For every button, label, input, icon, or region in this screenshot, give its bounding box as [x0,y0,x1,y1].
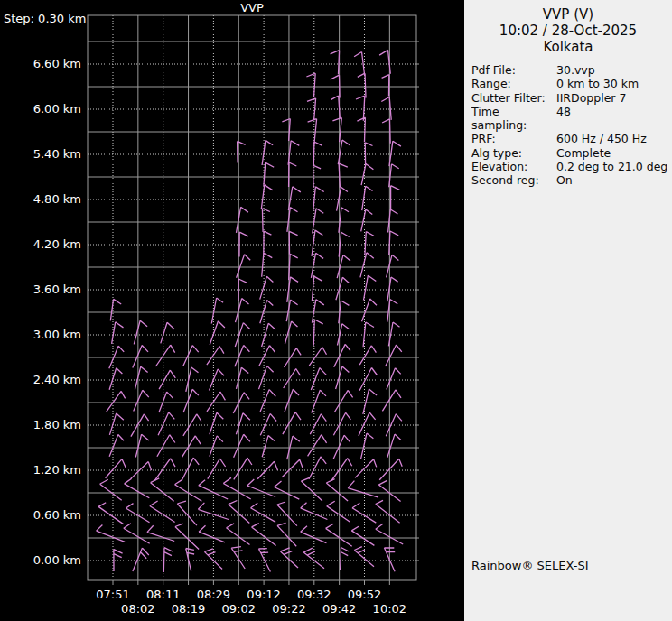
wind-barb [133,548,149,571]
wind-barb [277,502,297,526]
wind-barb [311,253,323,278]
info-label: Time sampling: [471,105,556,133]
wind-barb [260,301,274,324]
time-axis-label: 09:22 [264,603,314,615]
wind-barb [288,141,299,165]
wind-barb [275,481,300,499]
wind-barb [336,277,350,300]
wind-barb [312,230,322,256]
time-axis-label: 09:42 [314,603,365,615]
wind-barb [284,369,301,389]
wind-barb [334,344,350,366]
height-axis-label: 3.60 km [0,283,81,295]
wind-barb [98,503,124,524]
wind-barb [208,459,226,479]
wind-barb [237,207,248,232]
wind-barb [155,345,174,366]
wind-barb [234,458,252,479]
wind-barb [100,479,122,500]
wind-barb [285,321,297,344]
info-label: PRF: [471,132,556,145]
wind-barb [307,98,316,120]
wind-barb [387,277,398,301]
time-axis-label: 08:02 [113,603,163,615]
wind-barb [109,413,123,435]
info-value: On [556,173,672,187]
step-label: Step: 0.30 km [4,13,86,24]
wind-barb [183,346,199,366]
info-row: Time sampling:48 [471,105,672,133]
height-axis-label: 0.00 km [0,554,81,566]
wind-barb [365,143,372,164]
wind-barb [150,501,175,523]
barb-column-09:22 [275,119,303,569]
wind-barb [363,389,377,414]
wind-barb [262,253,273,277]
panel-title: VVP (V) [464,6,672,23]
wind-barb [183,389,199,412]
wind-barb [341,548,350,570]
wind-barb [334,390,352,412]
info-label: Pdf File: [471,63,556,77]
info-row: Pdf File:30.vvp [471,63,672,77]
wind-barb [361,164,373,186]
panel-site: Kolkata [464,39,672,55]
wind-barb-plot-canvas [0,0,464,621]
wind-barb [175,524,199,549]
height-axis-label: 2.40 km [0,374,81,385]
height-axis-label: 1.20 km [0,464,81,476]
wind-barb [354,547,374,567]
wind-barb [158,412,174,436]
time-axis-label: 08:29 [188,589,238,600]
time-axis-label: 07:51 [88,589,138,600]
wind-barb [199,525,225,542]
wind-barb [308,435,327,457]
wind-barb [161,322,174,343]
wind-barb [264,231,272,254]
info-value: 0.2 deg to 21.0 deg [556,160,672,173]
wind-barb [309,348,326,366]
wind-profile-plot-region: Step: 0.30 km VVP 6.60 km6.00 km5.40 km4… [0,0,464,621]
wind-barb [210,436,223,457]
time-axis-label: 09:52 [340,589,390,600]
wind-barb [312,390,326,412]
wind-barb [361,209,373,232]
wind-barb [251,503,276,522]
wind-barb [331,51,340,75]
wind-barb [311,368,326,390]
barb-column-08:02 [124,320,152,571]
panel-datetime: 10:02 / 28-Oct-2025 [464,23,672,39]
info-row: Clutter Filter:IIRDoppler 7 [471,91,672,105]
wind-barb [260,390,275,412]
wind-barb [182,436,201,457]
wind-barb [110,299,121,320]
wind-barb [182,458,200,480]
wind-barb [107,391,126,412]
wind-barb [210,321,225,345]
wind-barb [277,523,296,546]
wind-barb [264,162,274,186]
wind-barb [151,478,174,501]
wind-barb [124,524,150,544]
barb-column-09:52 [348,52,378,567]
wind-barb [252,524,276,546]
wind-barb [356,96,365,121]
wind-barb [382,390,401,412]
wind-barb [109,435,124,457]
info-row: Second reg:On [471,173,672,187]
wind-barb [210,369,225,391]
wind-barb [282,459,303,477]
wind-barb [236,413,250,435]
wind-barb [210,412,223,434]
height-axis-label: 5.40 km [0,148,81,160]
brand-label: Rainbow® SELEX-SI [471,559,589,572]
info-label: Elevation: [471,160,556,173]
wind-barb [285,389,299,412]
wind-barb [259,366,274,389]
time-axis-label: 09:12 [238,589,289,600]
wind-barb [376,500,400,523]
wind-barb [338,140,350,164]
wind-barb [286,300,297,321]
wind-barb [112,322,124,344]
wind-barb [109,368,122,390]
